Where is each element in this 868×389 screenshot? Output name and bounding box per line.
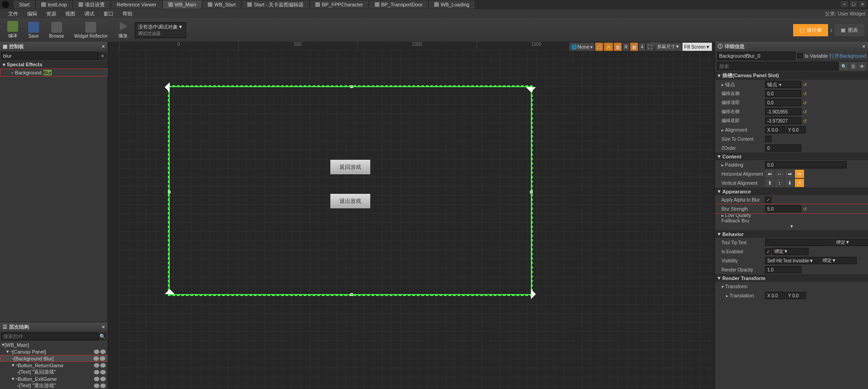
canvas-grid-toggle[interactable]: ▦ bbox=[614, 43, 622, 51]
lock-icon[interactable] bbox=[100, 377, 106, 381]
halign-right[interactable]: ➡ bbox=[785, 170, 794, 178]
tree-background-blur[interactable]: ▫ [Background Blur] bbox=[0, 355, 108, 362]
tree-canvas-panel[interactable]: ▾ ▫ [Canvas Panel] bbox=[0, 348, 108, 355]
visibility-icon[interactable] bbox=[94, 370, 99, 374]
canvas-r-button[interactable]: R bbox=[623, 43, 629, 51]
canvas-resolution-button[interactable]: ⛶ bbox=[646, 43, 654, 51]
tab-start[interactable]: Start bbox=[14, 0, 35, 9]
is-variable-checkbox[interactable] bbox=[797, 53, 803, 59]
blur-strength-input[interactable] bbox=[765, 205, 801, 212]
padding-input[interactable] bbox=[765, 161, 847, 168]
resize-handle-tr[interactable] bbox=[526, 82, 536, 93]
expand-advanced-icon[interactable]: ▾ bbox=[790, 223, 793, 229]
offset-bottom-input[interactable] bbox=[765, 117, 801, 124]
lock-icon[interactable] bbox=[100, 350, 106, 354]
tab-wb-loading[interactable]: WB_Loading bbox=[429, 0, 475, 9]
canvas-localization-button[interactable]: 🌐 None ▾ bbox=[569, 43, 594, 51]
reset-button[interactable]: ↺ bbox=[802, 91, 808, 96]
details-panel-header[interactable]: ⓘ 详细信息 × bbox=[715, 42, 868, 51]
hierarchy-panel-header[interactable]: ☰ 层次结构 × bbox=[0, 322, 108, 331]
tab-level-bp[interactable]: Start - 关卡蓝图编辑器 bbox=[242, 0, 309, 9]
tree-text-exit[interactable]: ▫ [Text] "退出游戏" bbox=[0, 382, 108, 389]
window-maximize[interactable]: □ bbox=[850, 1, 857, 7]
render-opacity-input[interactable] bbox=[765, 266, 801, 273]
palette-item-background-blur[interactable]: ▫ Background Blur bbox=[0, 69, 108, 77]
open-background-link[interactable]: 打开Background bbox=[829, 53, 866, 59]
section-behavior[interactable]: ▾ Behavior bbox=[715, 230, 868, 238]
reset-button[interactable]: ↺ bbox=[802, 109, 808, 114]
details-eye-icon[interactable]: 👁 bbox=[858, 62, 866, 70]
tree-text-return[interactable]: ▫ [Text] "返回游戏" bbox=[0, 369, 108, 375]
menu-help[interactable]: 帮助 bbox=[118, 10, 137, 18]
tree-button-return[interactable]: ▾ ▫ Button_ReturnGame bbox=[0, 362, 108, 369]
halign-fill[interactable]: ⬌ bbox=[795, 170, 804, 178]
tab-reference-viewer[interactable]: Reference Viewer bbox=[111, 0, 162, 9]
visibility-icon[interactable] bbox=[93, 356, 99, 361]
window-close[interactable]: × bbox=[859, 1, 866, 7]
details-search-icon[interactable]: 🔍 bbox=[839, 62, 848, 70]
compile-button[interactable]: 编译 bbox=[4, 20, 22, 40]
section-slot[interactable]: ▾ 插槽(Canvas Panel Slot) bbox=[715, 71, 868, 80]
lock-icon[interactable] bbox=[100, 356, 105, 361]
offset-top-input[interactable] bbox=[765, 99, 801, 106]
tab-testloop[interactable]: testLoop bbox=[36, 0, 72, 9]
canvas-snap-value[interactable]: 4 bbox=[639, 43, 645, 51]
reset-button[interactable]: ↺ bbox=[802, 118, 808, 123]
hierarchy-search-input[interactable] bbox=[1, 332, 98, 340]
size-to-content-checkbox[interactable] bbox=[765, 136, 771, 142]
section-render-transform[interactable]: ▾ Render Transform bbox=[715, 274, 868, 282]
debug-object-combo[interactable]: 没有选中调试对象▼ 调试过滤器 bbox=[135, 22, 186, 38]
menu-view[interactable]: 视图 bbox=[61, 10, 80, 18]
halign-center[interactable]: ↔ bbox=[775, 170, 784, 178]
lock-icon[interactable] bbox=[100, 384, 106, 388]
tooltip-bind[interactable]: 绑定▼ bbox=[834, 239, 868, 246]
tooltip-input[interactable] bbox=[765, 239, 833, 246]
hierarchy-search-icon[interactable]: 🔍 bbox=[98, 332, 107, 340]
visibility-icon[interactable] bbox=[94, 377, 99, 381]
anchors-combo[interactable]: 锚点 ▾ bbox=[765, 81, 801, 88]
visibility-icon[interactable] bbox=[94, 350, 99, 354]
resize-handle-tl[interactable] bbox=[165, 82, 175, 93]
alignment-x-input[interactable] bbox=[765, 126, 785, 133]
tab-bp-transportdoor[interactable]: BP_TransportDoor bbox=[369, 0, 428, 9]
window-minimize[interactable]: − bbox=[841, 1, 848, 7]
tree-button-exit[interactable]: ▾ ▫ Button_ExitGame bbox=[0, 375, 108, 382]
resize-handle-bl[interactable] bbox=[165, 289, 175, 300]
tab-bp-fppcharacter[interactable]: BP_FPPCharacter bbox=[310, 0, 368, 9]
save-button[interactable]: Save bbox=[25, 20, 43, 40]
palette-search-input[interactable] bbox=[1, 52, 98, 60]
zorder-input[interactable] bbox=[765, 144, 801, 152]
apply-alpha-checkbox[interactable] bbox=[765, 197, 771, 203]
browse-button[interactable]: Browse bbox=[45, 20, 68, 40]
palette-close-icon[interactable]: × bbox=[102, 44, 105, 49]
valign-fill[interactable]: ⬍ bbox=[795, 179, 804, 187]
resize-handle-b[interactable] bbox=[350, 293, 353, 296]
canvas-fill-screen[interactable]: Fill Screen▼ bbox=[682, 43, 712, 51]
selected-widget-frame[interactable]: 返回游戏 退出游戏 bbox=[169, 86, 532, 295]
translation-y-input[interactable] bbox=[786, 292, 806, 299]
palette-category[interactable]: ▾ Special Effects bbox=[0, 61, 108, 69]
visibility-combo[interactable]: Self Hit Test Invisible▼ bbox=[765, 257, 819, 264]
tree-root[interactable]: ▾ [WB_Main] bbox=[0, 341, 108, 348]
palette-panel-header[interactable]: ▦ 控制板 × bbox=[0, 42, 108, 51]
menu-file[interactable]: 文件 bbox=[4, 10, 23, 18]
canvas-screen-size[interactable]: 屏幕尺寸▼ bbox=[655, 43, 682, 51]
palette-search-clear[interactable]: × bbox=[98, 52, 107, 60]
tab-project-settings[interactable]: 项目设置 bbox=[73, 0, 110, 9]
resize-handle-t[interactable] bbox=[350, 85, 353, 88]
tab-wb-start[interactable]: WB_Start bbox=[202, 0, 241, 9]
valign-center[interactable]: ↕ bbox=[775, 179, 784, 187]
translation-x-input[interactable] bbox=[765, 292, 785, 299]
reset-button[interactable]: ↺ bbox=[802, 100, 808, 105]
halign-left[interactable]: ⬅ bbox=[765, 170, 774, 178]
valign-bottom[interactable]: ⬇ bbox=[785, 179, 794, 187]
designer-mode-button[interactable]: ▢ 设计师 bbox=[793, 24, 828, 36]
visibility-icon[interactable] bbox=[94, 384, 99, 388]
tab-wb-main[interactable]: WB_Main bbox=[163, 0, 202, 9]
reset-button[interactable]: ↺ bbox=[802, 82, 808, 87]
lock-icon[interactable] bbox=[100, 363, 106, 368]
resize-handle-br[interactable] bbox=[526, 289, 536, 300]
is-enabled-bind[interactable]: 绑定▼ bbox=[772, 248, 809, 255]
details-view-options[interactable]: ☰ bbox=[849, 62, 857, 70]
is-enabled-checkbox[interactable] bbox=[765, 248, 771, 255]
